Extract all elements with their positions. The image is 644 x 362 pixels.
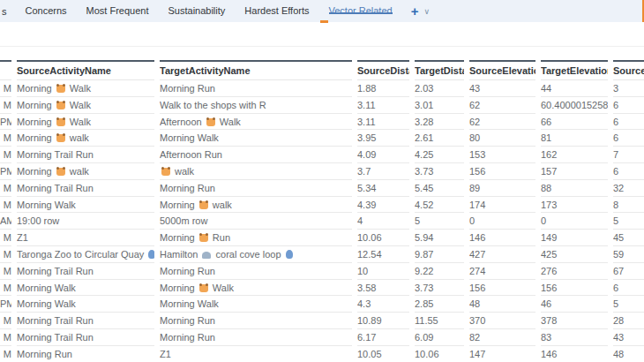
table-cell-target_distance: 5 bbox=[415, 213, 464, 230]
table-cell-source_related_truncated: 48 bbox=[613, 346, 644, 362]
table-row[interactable]: MMorning WalkMorning Run1.882.0343443 bbox=[0, 80, 644, 97]
table-cell-target_activity_name: Afternoon Walk bbox=[160, 114, 352, 131]
table-cell-start_fragment: M bbox=[0, 97, 11, 114]
table-cell-source_distance: 4.3 bbox=[357, 296, 409, 313]
table-cell-start_fragment: M bbox=[0, 230, 11, 246]
table-cell-target_activity_name: Morning Walk bbox=[160, 130, 352, 147]
table-cell-target_activity_name: Walk to the shops with R bbox=[160, 97, 352, 114]
table-cell-target_activity_name: Morning Run bbox=[160, 230, 352, 246]
table-cell-source_distance: 10.05 bbox=[357, 346, 409, 362]
table-cell-source_related_truncated: 43 bbox=[613, 329, 644, 346]
tab-vector-related[interactable]: Vector Related bbox=[329, 5, 393, 16]
column-header-target_distance[interactable]: TargetDistance bbox=[415, 60, 464, 80]
table-cell-source_activity_name: Morning Trail Run bbox=[17, 263, 154, 280]
table-cell-source_elevation_gain: 427 bbox=[469, 246, 535, 263]
table-row[interactable]: MTaronga Zoo to Circular Quay Hamilton c… bbox=[0, 246, 644, 263]
table-cell-target_elevation_gain: 173 bbox=[541, 197, 608, 214]
table-cell-source_related_truncated: 8 bbox=[613, 197, 644, 214]
table-row[interactable]: MMorning walkMorning Walk3.952.6180816 bbox=[0, 130, 644, 147]
table-row[interactable]: MMorning Trail RunMorning Run109.2227427… bbox=[0, 263, 644, 280]
table-row[interactable]: MMorning WalkMorning walk4.394.521741738 bbox=[0, 197, 644, 214]
table-cell-source_related_truncated: 59 bbox=[613, 246, 644, 263]
table-cell-target_activity_name: Hamilton coral cove loop bbox=[160, 246, 352, 263]
table-row[interactable]: MMorning Trail RunMorning Run10.8911.553… bbox=[0, 313, 644, 329]
table-row[interactable]: PMMorning WalkAfternoon Walk3.113.286266… bbox=[0, 114, 644, 131]
table-cell-target_distance: 4.52 bbox=[415, 197, 464, 214]
table-cell-target_activity_name: Morning Run bbox=[160, 263, 352, 280]
table-cell-start_fragment: M bbox=[0, 147, 11, 163]
table-cell-source_elevation_gain: 174 bbox=[469, 197, 535, 214]
column-header-source_activity_name[interactable]: SourceActivityName bbox=[17, 60, 154, 80]
vector-related-table: SourceActivityNameTargetActivityNameSour… bbox=[0, 60, 644, 362]
table-cell-source_activity_name: Morning Trail Run bbox=[17, 313, 154, 329]
table-cell-source_related_truncated: 5 bbox=[613, 296, 644, 313]
column-header-start_fragment[interactable] bbox=[0, 60, 11, 80]
column-header-source_related_truncated[interactable]: SourceRela bbox=[613, 60, 644, 80]
table-cell-source_related_truncated: 6 bbox=[613, 130, 644, 147]
table-cell-source_activity_name: Morning Walk bbox=[17, 296, 154, 313]
table-cell-target_activity_name: Morning Run bbox=[160, 313, 352, 329]
dog-emoji bbox=[56, 118, 65, 126]
table-cell-start_fragment: M bbox=[0, 329, 11, 346]
table-cell-target_elevation_gain: 44 bbox=[541, 80, 608, 97]
table-cell-source_elevation_gain: 274 bbox=[469, 263, 535, 280]
table-cell-source_distance: 3.95 bbox=[357, 130, 409, 147]
table-row[interactable]: MMorning Trail RunMorning Run6.176.09828… bbox=[0, 329, 644, 346]
table-row[interactable]: MZ1Morning Run10.065.9414614945 bbox=[0, 230, 644, 246]
table-cell-target_activity_name: Z1 bbox=[160, 346, 352, 362]
table-row[interactable]: PMMorning walk walk3.73.731561576 bbox=[0, 163, 644, 180]
column-header-target_elevation_gain[interactable]: TargetElevationGain bbox=[541, 60, 608, 80]
table-cell-source_distance: 3.11 bbox=[357, 114, 409, 131]
table-cell-target_activity_name: Morning walk bbox=[160, 197, 352, 214]
table-cell-source_distance: 4 bbox=[357, 213, 409, 230]
table-cell-target_distance: 5.45 bbox=[415, 180, 464, 197]
table-row[interactable]: MMorning Trail RunMorning Run5.345.45898… bbox=[0, 180, 644, 197]
tab-concerns[interactable]: Concerns bbox=[26, 5, 67, 16]
table-cell-source_distance: 6.17 bbox=[357, 329, 409, 346]
table-cell-target_elevation_gain: 157 bbox=[541, 163, 608, 180]
table-row[interactable]: MMorning WalkMorning Walk3.583.731561566 bbox=[0, 280, 644, 297]
cut-off-tab-fragment[interactable]: s bbox=[2, 6, 7, 17]
table-cell-source_related_truncated: 67 bbox=[613, 263, 644, 280]
table-cell-source_elevation_gain: 80 bbox=[469, 130, 535, 147]
table-cell-source_distance: 12.54 bbox=[357, 246, 409, 263]
dog-emoji bbox=[199, 201, 208, 209]
table-cell-source_distance: 1.88 bbox=[357, 80, 409, 97]
table-row[interactable]: PMMorning WalkMorning Walk4.32.8548465 bbox=[0, 296, 644, 313]
table-cell-source_activity_name: Z1 bbox=[17, 230, 154, 246]
table-cell-target_elevation_gain: 66 bbox=[541, 114, 608, 131]
table-cell-target_distance: 3.01 bbox=[415, 97, 464, 114]
table-cell-source_distance: 10 bbox=[357, 263, 409, 280]
tab-most-frequent[interactable]: Most Frequent bbox=[86, 5, 149, 16]
table-cell-source_distance: 10.89 bbox=[357, 313, 409, 329]
table-row[interactable]: MMorning RunZ110.0510.0614714648 bbox=[0, 346, 644, 362]
dog-emoji bbox=[161, 168, 170, 176]
column-header-target_activity_name[interactable]: TargetActivityName bbox=[160, 60, 352, 80]
table-row[interactable]: AM19:00 row5000m row45005 bbox=[0, 213, 644, 230]
table-row[interactable]: MMorning Trail RunAfternoon Run4.094.251… bbox=[0, 147, 644, 163]
table-cell-start_fragment: M bbox=[0, 80, 11, 97]
table-cell-target_elevation_gain: 0 bbox=[541, 213, 608, 230]
table-row[interactable]: MMorning WalkWalk to the shops with R3.1… bbox=[0, 97, 644, 114]
tab-sustainability[interactable]: Sustainability bbox=[168, 5, 226, 16]
table-cell-source_distance: 10.06 bbox=[357, 230, 409, 246]
table-cell-source_distance: 4.39 bbox=[357, 197, 409, 214]
table-cell-target_distance: 6.09 bbox=[415, 329, 464, 346]
add-tab-button[interactable]: + bbox=[411, 0, 419, 22]
column-header-source_distance[interactable]: SourceDistance bbox=[357, 60, 409, 80]
table-cell-target_activity_name: Morning Walk bbox=[160, 296, 352, 313]
table-cell-source_elevation_gain: 156 bbox=[469, 163, 535, 180]
table-cell-start_fragment: M bbox=[0, 130, 11, 147]
table-cell-start_fragment: M bbox=[0, 197, 11, 214]
column-header-source_elevation_gain[interactable]: SourceElevationGain bbox=[469, 60, 535, 80]
table-cell-target_distance: 9.22 bbox=[415, 263, 464, 280]
tab-hardest-efforts[interactable]: Hardest Efforts bbox=[244, 5, 309, 16]
table-cell-source_related_truncated: 3 bbox=[613, 80, 644, 97]
table-cell-target_activity_name: 5000m row bbox=[160, 213, 352, 230]
table-cell-source_elevation_gain: 48 bbox=[469, 296, 535, 313]
table-cell-source_related_truncated: 6 bbox=[613, 280, 644, 297]
table-cell-source_related_truncated: 45 bbox=[613, 230, 644, 246]
table-cell-target_elevation_gain: 162 bbox=[541, 147, 608, 163]
chevron-down-icon[interactable]: ∨ bbox=[423, 7, 430, 16]
table-cell-source_activity_name: Morning Walk bbox=[17, 114, 154, 131]
